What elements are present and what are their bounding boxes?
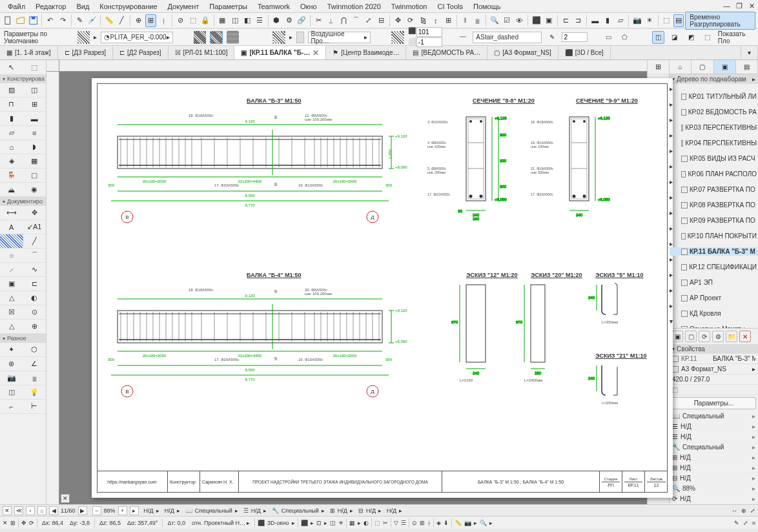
arc-tool-icon[interactable]: ⌒ [23,249,46,263]
drawing-canvas[interactable]: БАЛКА "Б-3" M1:50 СЕЧЕНИЕ "8-8" M1:20 СЕ… [46,60,647,504]
grid-snap-icon[interactable]: ⊞ [145,14,156,27]
snap-icon[interactable]: ⊕ [133,14,144,27]
floorplan-icon[interactable]: ▣ [543,14,554,27]
zoom-menu-icon[interactable]: ▸ [130,506,139,515]
nav-item[interactable]: КР.07 РАЗВЕРТКА ПО [670,185,758,194]
menu-window[interactable]: Окно [295,1,322,12]
fill-type-icon[interactable] [272,31,285,44]
tab-master[interactable]: ▢ [А3 Формат_NS] [487,46,558,59]
slab-icon[interactable]: ▱ [0,126,23,140]
hatch-preview-icon[interactable] [77,31,90,44]
nav-item[interactable]: АР Проект [670,294,758,302]
detail-icon[interactable]: ⊙ [23,305,46,320]
worksheet-icon[interactable]: ☒ [0,305,23,320]
close-button[interactable]: ✕ [744,1,755,12]
sb-marquee-icon[interactable]: ⬚ [374,520,380,526]
morph-icon[interactable]: ◉ [23,183,46,197]
new-icon[interactable] [3,14,14,27]
const-method-1-icon[interactable]: ◫ [652,31,665,44]
intersect-icon[interactable]: ⋂ [338,14,349,27]
lock-icon[interactable]: 🔒 [200,14,210,27]
sb-measure-icon[interactable]: 📏 [455,520,462,526]
label-icon[interactable]: ↙A1 [23,220,46,234]
nav-item[interactable]: КР.12 СПЕЦИФИКАЦИ [670,263,758,271]
const-method-3-icon[interactable]: ◩ [685,31,698,44]
polyline-tool-icon[interactable]: ⟋ [0,263,23,277]
nav-new-folder-icon[interactable]: 📁 [726,331,737,342]
save-icon[interactable] [28,14,39,27]
nav-item[interactable]: КР.09 РАЗВЕРТКА ПО [670,216,758,225]
menu-file[interactable]: Файл [3,1,30,12]
property-row[interactable]: ☰Н/Д▸ [670,432,758,442]
renovation-icon[interactable]: ◫ [229,14,240,27]
const-method-2-icon[interactable]: ◪ [668,31,681,44]
menu-teamwork[interactable]: Teamwork [252,1,295,12]
figure-icon[interactable]: ⬡ [23,343,46,357]
geom-method-2-icon[interactable]: ⬠ [619,31,631,44]
sb-close-icon[interactable]: ✕ [3,520,8,526]
cut-icon[interactable]: ✂ [313,14,324,27]
drawing-tool-icon[interactable]: ▣ [0,277,23,291]
beam-icon[interactable]: ▬ [23,112,46,126]
roof-icon[interactable]: ⌂ [0,140,23,154]
wall-end-icon[interactable]: ⊢ [23,400,46,414]
zone-icon[interactable]: ▢ [23,169,46,183]
property-row[interactable]: 📖Специальный▸ [670,411,758,422]
properties-header[interactable]: Свойства [670,344,758,354]
sb-magnify-icon[interactable]: 🔍 [480,520,487,526]
spline-tool-icon[interactable]: ∿ [23,263,46,277]
spot-icon[interactable]: ✦ [0,343,23,357]
dimension-icon[interactable]: ⟷ [0,206,23,220]
tab-3d[interactable]: ⬛ [3D / Все] [558,46,611,59]
zoom-out-icon[interactable]: − [92,506,101,515]
sb-cube-icon[interactable]: ⬛ [301,520,308,526]
property-row[interactable]: ⊟Н/Д▸ [670,473,758,484]
pen-1-input[interactable] [416,27,442,37]
nav-item[interactable]: КР.04 ПЕРСПЕКТИВНЫ [670,139,758,147]
canvas-close-icon[interactable]: ✕ [61,494,70,503]
opt-special-2[interactable]: Специальный [282,507,319,514]
line-pen-input[interactable] [562,32,588,42]
open-icon[interactable] [15,14,26,27]
3d-window-icon[interactable]: ⬛ [531,14,542,27]
nav-publisher-icon[interactable]: ▤ [736,60,758,74]
nav-item[interactable]: Основные Макеты [670,325,758,328]
property-row[interactable]: 🔍88%▸ [670,484,758,494]
door-tool-icon[interactable]: ⊓ [0,97,23,112]
circle-tool-icon[interactable]: ○ [0,249,23,263]
nav-item[interactable]: КР.11 БАЛКА "Б-3" М [670,247,758,256]
skylight-icon[interactable]: ◈ [0,154,23,169]
nav-project-icon[interactable]: ⌂ [670,60,691,74]
fill-1-icon[interactable] [194,31,207,44]
sb-camera-icon[interactable]: 📷 [464,520,471,526]
arrow-tool-icon[interactable]: ↖ [0,60,23,74]
sb-cutplane-icon[interactable]: ✂ [383,520,388,526]
sb-guide-icon[interactable]: ⟊ [427,520,431,526]
group-icon[interactable]: ⬚ [187,14,198,27]
property-row[interactable]: 🔧Специальный▸ [670,442,758,453]
menu-document[interactable]: Документ [163,1,205,12]
tab-layout-kr11[interactable]: ▣ [КР.11 БАЛКА "Б-…✕ [234,46,326,59]
level-dim-icon[interactable]: ✥ [23,206,46,220]
sb-axo-icon[interactable]: ◫ [330,520,336,526]
opening-icon[interactable]: ◫ [0,385,23,400]
elevation-icon[interactable]: △ [0,291,23,305]
column-tool-icon[interactable]: ▮ [602,14,613,27]
camera-tool-icon[interactable]: 📷 [0,371,23,385]
marquee-icon[interactable]: ⬚ [661,14,672,27]
fill-tool-icon[interactable] [0,234,23,249]
elevate-icon[interactable]: ↕ [430,14,441,27]
minimize-button[interactable]: — [718,1,730,12]
shell-icon[interactable]: ◗ [23,140,46,154]
grid-element-icon[interactable]: ⊕ [23,320,46,334]
ungroup-button[interactable]: Временно Разгруппировать [685,12,755,30]
cw-icon[interactable]: ▦ [23,154,46,169]
column-icon[interactable]: ▮ [0,112,23,126]
line-tool-icon[interactable]: ╱ [23,234,46,249]
nav-view-icon[interactable]: ▢ [691,60,713,74]
sb-3d-label[interactable]: 3D-окно [267,520,289,526]
mirror-icon[interactable]: ⧎ [418,14,429,27]
ruler-origin[interactable] [46,60,59,72]
text-icon[interactable]: A [0,220,23,234]
page-prev-icon[interactable]: ◀ [49,506,58,515]
